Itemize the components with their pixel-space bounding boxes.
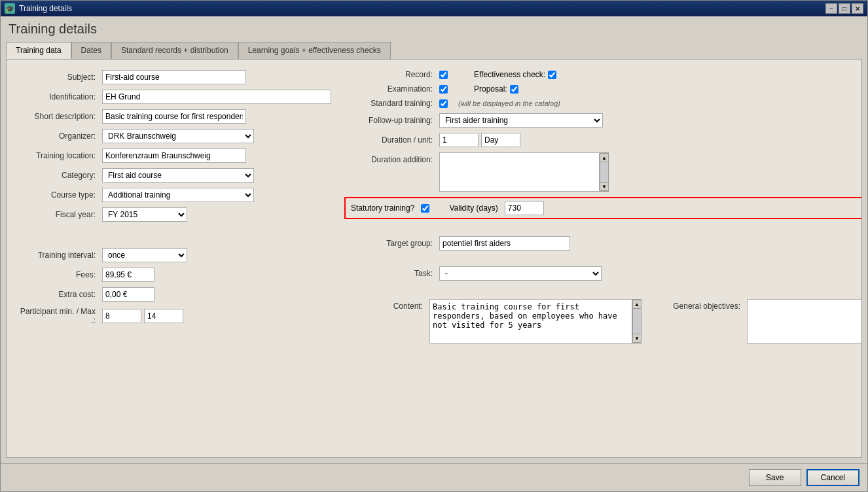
restore-button[interactable]: □ xyxy=(839,3,850,14)
content-scrollbar[interactable]: ▲ ▼ xyxy=(632,299,642,343)
extra-cost-label: Extra cost: xyxy=(17,290,102,299)
content-textarea[interactable]: Basic training course for first responde… xyxy=(429,299,632,343)
tab-bar: Training data Dates Standard records + d… xyxy=(6,42,862,59)
form-middle: Record: Effectiveness check: Examination… xyxy=(344,70,862,447)
duration-num-input[interactable] xyxy=(439,133,479,147)
statutory-checkbox[interactable] xyxy=(421,204,429,213)
subject-input[interactable] xyxy=(102,70,246,84)
window-body: Training details Training data Dates Sta… xyxy=(1,16,867,463)
record-label: Record: xyxy=(344,70,439,79)
standard-training-label: Standard training: xyxy=(344,99,439,108)
course-type-label: Course type: xyxy=(17,190,102,200)
task-row: Task: - xyxy=(344,266,862,281)
examination-checkbox[interactable] xyxy=(439,85,448,94)
objectives-textarea[interactable] xyxy=(747,299,862,343)
target-group-row: Target group: xyxy=(344,236,862,251)
fiscal-year-select[interactable]: FY 2015 xyxy=(102,207,187,222)
tab-dates[interactable]: Dates xyxy=(71,42,111,59)
tab-training-data[interactable]: Training data xyxy=(6,42,71,59)
training-location-label: Training location: xyxy=(17,151,102,160)
duration-unit-input[interactable] xyxy=(481,133,520,147)
content-label: Content: xyxy=(344,299,429,311)
follow-up-row: Follow-up training: First aider training xyxy=(344,113,862,128)
tab-standard-records[interactable]: Standard records + distribution xyxy=(111,42,238,59)
short-desc-input[interactable] xyxy=(102,109,246,124)
participant-row: Participant min. / Max .: xyxy=(17,307,331,325)
fees-label: Fees: xyxy=(17,270,102,279)
extra-cost-row: Extra cost: xyxy=(17,287,331,302)
organizer-row: Organizer: DRK Braunschweig xyxy=(17,129,331,143)
organizer-label: Organizer: xyxy=(17,132,102,141)
content-textarea-wrapper: Basic training course for first responde… xyxy=(429,299,642,343)
page-title: Training details xyxy=(6,22,862,37)
follow-up-select[interactable]: First aider training xyxy=(439,113,603,128)
window-controls: − □ ✕ xyxy=(825,3,863,14)
duration-scrollbar[interactable]: ▲ ▼ xyxy=(600,152,609,192)
participant-min-input[interactable] xyxy=(102,309,141,323)
short-desc-row: Short description: xyxy=(17,109,331,124)
subject-label: Subject: xyxy=(17,73,102,82)
fiscal-year-row: Fiscal year: FY 2015 xyxy=(17,207,331,222)
tab-learning-goals[interactable]: Learning goals + effectiveness checks xyxy=(238,42,391,59)
objectives-area: General objectives: ▲ ▼ xyxy=(652,299,862,343)
fiscal-year-label: Fiscal year: xyxy=(17,210,102,219)
proposal-label: Proposal: xyxy=(474,84,507,94)
target-group-input[interactable] xyxy=(439,236,570,251)
validity-input[interactable] xyxy=(505,201,544,215)
standard-training-row: Standard training: (will be displayed in… xyxy=(344,99,862,108)
examination-row: Examination: Proposal: xyxy=(344,84,862,94)
scroll-down-arrow[interactable]: ▼ xyxy=(600,182,609,191)
cancel-button[interactable]: Cancel xyxy=(806,469,859,486)
title-bar-left: 🎓 Training details xyxy=(5,3,72,14)
short-desc-label: Short description: xyxy=(17,112,102,121)
general-objectives-label: General objectives: xyxy=(652,299,747,311)
content-scroll-up[interactable]: ▲ xyxy=(632,300,642,309)
statutory-box: Statutory training? Validity (days) xyxy=(344,197,862,219)
training-interval-row: Training interval: once xyxy=(17,248,331,262)
duration-addition-textarea[interactable] xyxy=(439,152,600,192)
participant-max-input[interactable] xyxy=(144,309,183,323)
duration-label: Duration / unit: xyxy=(344,135,439,145)
fees-input[interactable] xyxy=(102,268,154,282)
content-area: Content: Basic training course for first… xyxy=(344,299,642,343)
identification-label: Identification: xyxy=(17,92,102,101)
identification-input[interactable] xyxy=(102,90,331,104)
app-icon: 🎓 xyxy=(5,3,15,14)
save-button[interactable]: Save xyxy=(749,469,801,486)
duration-addition-label: Duration addition: xyxy=(344,152,439,164)
content-scroll-down[interactable]: ▼ xyxy=(632,334,642,343)
minimize-button[interactable]: − xyxy=(825,3,837,14)
training-location-input[interactable] xyxy=(102,149,246,163)
catalog-note: (will be displayed in the catalog) xyxy=(458,99,560,107)
close-button[interactable]: ✕ xyxy=(852,3,863,14)
validity-label: Validity (days) xyxy=(449,203,497,213)
participant-label: Participant min. / Max .: xyxy=(17,307,102,325)
target-group-label: Target group: xyxy=(344,239,439,248)
window-title: Training details xyxy=(19,4,72,13)
effectiveness-check-label: Effectiveness check: xyxy=(474,70,545,79)
tab-content: Subject: Identification: Short descripti… xyxy=(6,59,862,458)
effectiveness-check-checkbox[interactable] xyxy=(548,71,556,79)
organizer-select[interactable]: DRK Braunschweig xyxy=(102,129,254,143)
standard-training-checkbox[interactable] xyxy=(439,99,448,108)
duration-row: Duration / unit: xyxy=(344,133,862,147)
training-interval-label: Training interval: xyxy=(17,251,102,260)
training-interval-select[interactable]: once xyxy=(102,248,187,262)
record-checkbox[interactable] xyxy=(439,71,448,79)
category-row: Category: First aid course xyxy=(17,168,331,183)
identification-row: Identification: xyxy=(17,90,331,104)
main-window: 🎓 Training details − □ ✕ Training detail… xyxy=(0,0,868,492)
category-select[interactable]: First aid course xyxy=(102,168,254,183)
course-type-row: Course type: Additional training xyxy=(17,188,331,202)
form-layout: Subject: Identification: Short descripti… xyxy=(17,70,851,447)
proposal-checkbox[interactable] xyxy=(510,85,518,94)
record-row: Record: Effectiveness check: xyxy=(344,70,862,79)
follow-up-label: Follow-up training: xyxy=(344,116,439,125)
objectives-textarea-wrapper: ▲ ▼ xyxy=(747,299,862,343)
task-select[interactable]: - xyxy=(439,266,602,281)
duration-addition-row: Duration addition: ▲ ▼ xyxy=(344,152,862,192)
extra-cost-input[interactable] xyxy=(102,287,154,302)
title-bar: 🎓 Training details − □ ✕ xyxy=(1,1,867,16)
scroll-up-arrow[interactable]: ▲ xyxy=(600,153,609,162)
course-type-select[interactable]: Additional training xyxy=(102,188,254,202)
